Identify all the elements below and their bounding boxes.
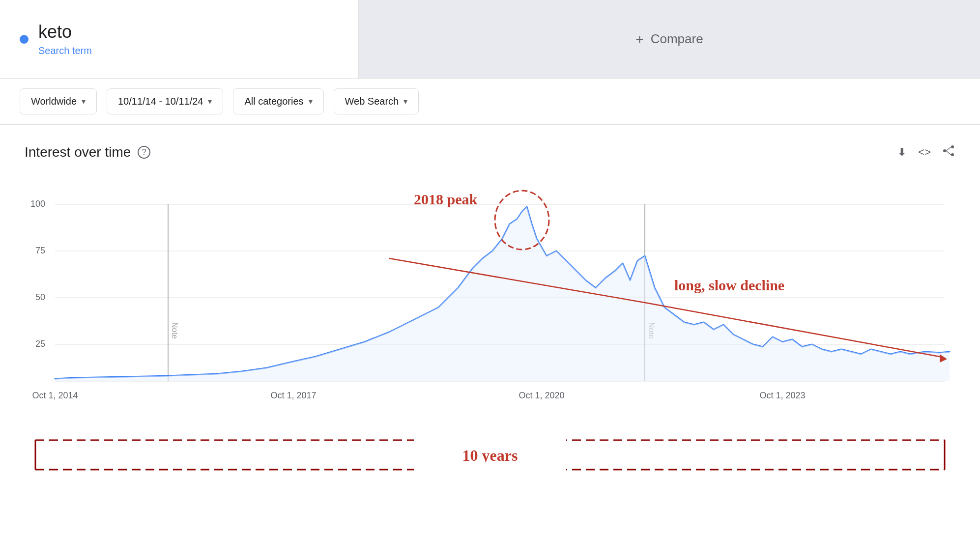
svg-text:Note: Note <box>171 322 179 339</box>
header: keto Search term + Compare <box>0 0 980 79</box>
search-term-box: keto Search term <box>0 0 359 78</box>
svg-marker-22 <box>55 207 950 381</box>
download-button[interactable]: ⬇ <box>897 146 906 159</box>
location-filter-label: Worldwide <box>31 96 77 107</box>
category-chevron-icon: ▾ <box>309 97 313 106</box>
svg-text:Oct 1, 2020: Oct 1, 2020 <box>519 391 564 400</box>
svg-line-4 <box>946 151 951 155</box>
svg-text:long, slow decline: long, slow decline <box>674 277 784 293</box>
svg-text:Oct 1, 2014: Oct 1, 2014 <box>32 391 78 400</box>
category-filter-label: All categories <box>244 96 303 107</box>
svg-text:10 years: 10 years <box>462 447 518 464</box>
svg-point-0 <box>951 145 954 148</box>
svg-rect-34 <box>414 462 566 472</box>
share-button[interactable] <box>943 145 955 159</box>
share-icon <box>943 145 955 156</box>
svg-line-3 <box>946 147 951 151</box>
svg-text:Oct 1, 2023: Oct 1, 2023 <box>759 391 805 400</box>
svg-text:75: 75 <box>35 246 45 255</box>
ten-years-svg: 10 years <box>25 435 955 475</box>
svg-text:50: 50 <box>35 292 45 302</box>
svg-text:25: 25 <box>35 339 45 349</box>
category-filter[interactable]: All categories ▾ <box>233 88 323 114</box>
svg-point-1 <box>951 153 954 156</box>
location-filter[interactable]: Worldwide ▾ <box>20 88 97 114</box>
embed-button[interactable]: <> <box>918 146 931 159</box>
location-chevron-icon: ▾ <box>82 97 86 106</box>
help-icon[interactable]: ? <box>138 146 150 159</box>
compare-plus-icon: + <box>635 31 643 47</box>
filter-bar: Worldwide ▾ 10/11/14 - 10/11/24 ▾ All ca… <box>0 79 980 125</box>
date-filter-label: 10/11/14 - 10/11/24 <box>118 96 203 107</box>
compare-label: Compare <box>651 31 703 47</box>
svg-text:2018 peak: 2018 peak <box>414 191 478 207</box>
chart-actions: ⬇ <> <box>897 145 955 159</box>
chart-section: Interest over time ? ⬇ <> <box>0 125 980 420</box>
date-chevron-icon: ▾ <box>208 97 212 106</box>
search-type-filter[interactable]: Web Search ▾ <box>334 88 419 114</box>
search-term-dot <box>20 35 29 44</box>
svg-text:100: 100 <box>30 199 45 209</box>
ten-years-annotation: 10 years <box>25 435 955 475</box>
date-filter[interactable]: 10/11/14 - 10/11/24 ▾ <box>107 88 223 114</box>
term-info: keto Search term <box>38 22 92 56</box>
search-term-type: Search term <box>38 45 92 56</box>
chart-header: Interest over time ? ⬇ <> <box>25 144 955 160</box>
svg-rect-35 <box>414 435 566 444</box>
search-type-label: Web Search <box>345 96 399 107</box>
chart-container: 100 75 50 25 Oct 1, 2014 Oct 1, 2017 Oct… <box>25 175 955 411</box>
svg-text:Oct 1, 2017: Oct 1, 2017 <box>270 391 316 400</box>
chart-title-area: Interest over time ? <box>25 144 150 160</box>
svg-point-2 <box>943 149 946 152</box>
interest-chart: 100 75 50 25 Oct 1, 2014 Oct 1, 2017 Oct… <box>25 175 955 411</box>
search-type-chevron-icon: ▾ <box>404 97 407 106</box>
chart-title: Interest over time <box>25 144 131 160</box>
search-term-name: keto <box>38 22 92 42</box>
compare-button[interactable]: + Compare <box>359 0 980 78</box>
